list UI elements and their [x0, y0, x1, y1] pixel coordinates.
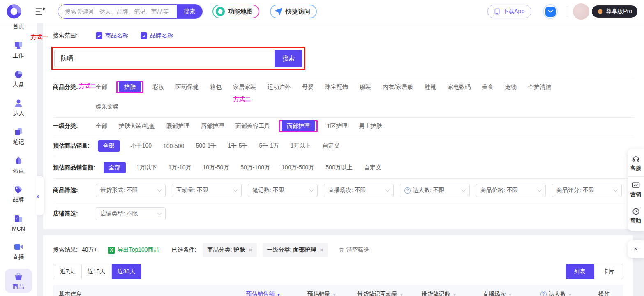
- sales-amount-option[interactable]: 100万-500万: [282, 164, 314, 171]
- sales-amount-option[interactable]: 1万以下: [136, 164, 157, 171]
- checkbox-product-name[interactable]: 商品名称: [96, 32, 128, 39]
- cube-icon: [597, 8, 603, 15]
- category-option[interactable]: 娱乐文娱: [96, 103, 119, 110]
- sales-amount-option[interactable]: 自定义: [364, 164, 381, 171]
- column-note-engagement[interactable]: 带货笔记互动量: [351, 291, 410, 296]
- category-option-selected[interactable]: 护肤: [119, 81, 141, 92]
- user-avatar[interactable]: [573, 3, 589, 20]
- sales-amount-option[interactable]: 10万-50万: [203, 164, 229, 171]
- keyword-search-button[interactable]: 搜索: [275, 50, 302, 67]
- category-option[interactable]: 美食: [482, 83, 494, 91]
- sales-amount-option-selected[interactable]: 全部: [104, 162, 126, 173]
- dropdown-sale-form[interactable]: 带货形式: 不限: [96, 184, 166, 197]
- sales-volume-option[interactable]: 100-500: [163, 143, 184, 149]
- menu-toggle-icon[interactable]: [35, 7, 46, 16]
- app-logo-icon[interactable]: [6, 3, 22, 20]
- category-option[interactable]: 箱包: [210, 83, 222, 91]
- close-icon[interactable]: ×: [249, 247, 252, 253]
- sales-amount-option[interactable]: 500万以上: [325, 164, 352, 171]
- clear-filters-button[interactable]: 清空筛选: [339, 246, 369, 254]
- category-option[interactable]: 医药保健: [175, 83, 199, 91]
- tab-last-7-days[interactable]: 近7天: [53, 264, 82, 279]
- marketing-button[interactable]: 营销: [628, 176, 644, 203]
- column-note-count[interactable]: 带货笔记数: [410, 291, 469, 296]
- category-option[interactable]: 运动户外: [268, 83, 291, 91]
- category-option[interactable]: 家电数码: [448, 83, 471, 91]
- tab-last-15-days[interactable]: 近15天: [82, 264, 112, 279]
- sidebar-item-market[interactable]: 大盘: [0, 64, 37, 93]
- checkbox-brand-name[interactable]: 品牌名称: [141, 32, 173, 39]
- dropdown-influencer-count[interactable]: ?达人数: 不限: [400, 184, 470, 197]
- sidebar-item-home[interactable]: 首页: [0, 23, 37, 35]
- help-button[interactable]: 帮助: [628, 203, 644, 229]
- sales-amount-option[interactable]: 50万-100万: [240, 164, 270, 171]
- filter-chip-subcategory[interactable]: 一级分类: 面部护理 ×: [263, 243, 328, 257]
- dropdown-live-sessions[interactable]: 直播场次: 不限: [324, 184, 394, 197]
- subcategory-option[interactable]: 眼部护理: [166, 123, 189, 130]
- sales-volume-option[interactable]: 5千-1万: [259, 142, 279, 150]
- tab-list-view[interactable]: 列表: [566, 264, 594, 279]
- tab-last-30-days[interactable]: 近30天: [112, 264, 142, 279]
- column-live-sessions[interactable]: 直播场次: [468, 291, 527, 296]
- sidebar-item-mcn[interactable]: MCN: [0, 208, 37, 237]
- tab-card-view[interactable]: 卡片: [594, 264, 623, 279]
- category-option[interactable]: 家居家装: [233, 83, 256, 91]
- column-est-sales-volume[interactable]: 预估销量: [293, 291, 351, 296]
- subcategory-option[interactable]: 护肤套装/礼盒: [119, 123, 155, 130]
- search-scope-row: 搜索范围: 商品名称 品牌名称: [53, 26, 634, 43]
- product-filter-row: 商品筛选: 带货形式: 不限 互动量: 不限 笔记数: 不限 直播场次: 不限 …: [53, 179, 634, 202]
- dropdown-engagement[interactable]: 互动量: 不限: [172, 184, 242, 197]
- messages-button[interactable]: [543, 4, 558, 19]
- sidebar-item-influencer[interactable]: 达人: [0, 93, 37, 122]
- category-option[interactable]: 全部: [96, 83, 107, 91]
- sales-volume-option[interactable]: 1千-5千: [228, 142, 247, 150]
- customer-service-button[interactable]: 客服: [628, 150, 644, 176]
- sort-caret-icon: [333, 294, 336, 296]
- export-top100-button[interactable]: X 导出Top100商品: [108, 246, 159, 254]
- quick-access-button[interactable]: 快捷访问: [270, 5, 317, 18]
- chevron-down-icon: [233, 187, 238, 192]
- dropdown-product-rating[interactable]: 商品评分: 不限: [552, 184, 622, 197]
- keyword-input[interactable]: [54, 50, 275, 67]
- sales-volume-option[interactable]: 自定义: [323, 142, 340, 150]
- sales-volume-option[interactable]: 1万以上: [291, 142, 311, 150]
- subcategory-option[interactable]: T区护理: [327, 123, 348, 130]
- subcategory-option[interactable]: 全部: [96, 123, 107, 130]
- subcategory-option[interactable]: 男士护肤: [359, 123, 382, 130]
- feature-map-button[interactable]: 功能地图: [212, 5, 259, 18]
- back-to-top-button[interactable]: [628, 240, 644, 258]
- category-option[interactable]: 个护清洁: [528, 83, 551, 91]
- download-app-button[interactable]: 下载App: [487, 5, 531, 18]
- subcategory-option[interactable]: 面部美容工具: [235, 123, 270, 130]
- category-option[interactable]: 珠宝配饰: [325, 83, 348, 91]
- column-influencer-count[interactable]: ?达人数: [527, 291, 586, 296]
- category-option[interactable]: 宠物: [505, 83, 517, 91]
- category-option[interactable]: 母婴: [302, 83, 314, 91]
- sidebar-item-work[interactable]: 工作: [0, 35, 37, 64]
- sidebar-item-notes[interactable]: 笔记: [0, 122, 37, 150]
- subcategory-option-selected[interactable]: 面部护理: [282, 120, 315, 131]
- global-search-button[interactable]: 搜索: [177, 4, 202, 19]
- column-est-sales-amount[interactable]: 预估销售额: [234, 291, 293, 296]
- sidebar-expand-handle[interactable]: »: [36, 176, 44, 215]
- category-option[interactable]: 服装: [360, 83, 371, 91]
- category-option[interactable]: 内衣/家居服: [383, 83, 413, 91]
- category-option[interactable]: 鞋靴: [425, 83, 436, 91]
- sidebar-item-hotspot[interactable]: 热点: [0, 150, 37, 179]
- sidebar-item-brand[interactable]: 品牌: [0, 179, 37, 208]
- sidebar-item-live[interactable]: 直播: [0, 237, 37, 266]
- sales-volume-option-selected[interactable]: 全部: [98, 140, 120, 152]
- dropdown-shop-type[interactable]: 店铺类型: 不限: [96, 207, 166, 220]
- vip-badge[interactable]: 尊享版Pro: [592, 5, 637, 18]
- sidebar-item-products[interactable]: 商品: [5, 269, 32, 293]
- dropdown-product-price[interactable]: 商品价格: 不限: [476, 184, 546, 197]
- global-search-input[interactable]: [58, 5, 177, 18]
- sales-volume-option[interactable]: 小于100: [131, 142, 152, 150]
- category-option[interactable]: 彩妆: [152, 83, 164, 91]
- filter-chip-category[interactable]: 商品分类: 护肤 ×: [203, 243, 256, 257]
- sales-amount-option[interactable]: 1万-10万: [168, 164, 191, 171]
- dropdown-note-count[interactable]: 笔记数: 不限: [248, 184, 318, 197]
- close-icon[interactable]: ×: [320, 247, 323, 253]
- sales-volume-option[interactable]: 500-1千: [196, 142, 216, 150]
- subcategory-option[interactable]: 唇部护理: [201, 123, 224, 130]
